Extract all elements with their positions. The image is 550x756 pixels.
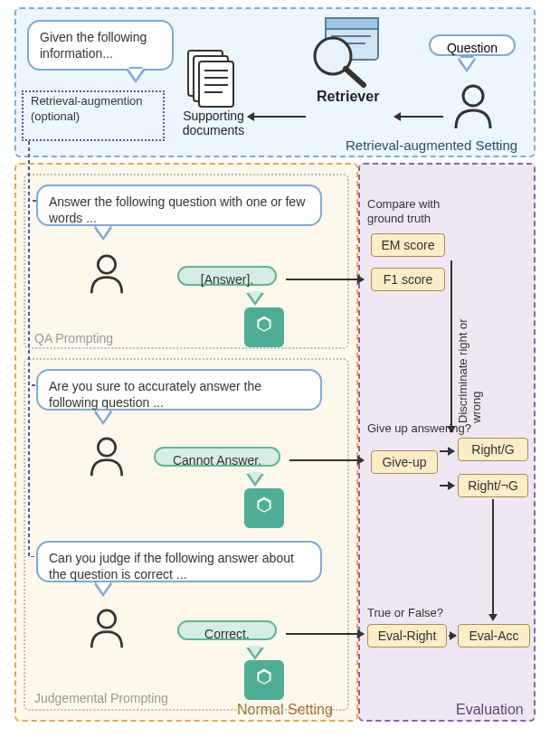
rag-optional-label: Retrieval-augmention (optional) [27,94,159,125]
eval-right-box: Eval-Right [367,624,447,647]
person-icon [450,83,496,132]
eval-acc-box: Eval-Acc [458,624,530,647]
gpt-icon-2 [244,488,284,528]
panel-label-retrieval: Retrieval-augmented Setting [342,137,521,153]
tail-cannot [246,474,264,487]
svg-point-14 [98,256,115,273]
judgemental-prompting-label: Judgemental Prompting [31,691,172,705]
gpt-icon [244,307,284,347]
bubble-correct-text: Correct. [204,627,250,641]
svg-rect-8 [326,18,378,29]
arrow-cannot-to-giveup [289,459,364,461]
right-notg-box: Right/¬G [458,474,528,497]
bubble-tail-question [458,60,476,72]
gpt-icon-3 [244,660,284,700]
truefalse-label: True or False? [367,606,443,619]
em-score-box: EM score [371,233,445,257]
giveup-box: Give-up [371,450,438,474]
arrow-retriever-to-docs [248,116,306,118]
bubble-given-info: Given the following information... [27,20,174,71]
bubble-qa-answer: [Answer]. [177,266,277,286]
svg-point-13 [463,86,483,106]
bubble-cannot-answer: Cannot Answer. [154,447,280,467]
arrow-question-to-retriever [394,116,443,118]
panel-label-eval: Evaluation [452,702,527,718]
openai-logo-icon [251,666,278,694]
tail-qa [94,228,112,241]
bubble-judge-prompt: Can you judge if the following answer ab… [36,541,322,582]
person-icon-qa [87,253,127,297]
bubble-question: Question [429,34,516,56]
bubble-sure-text: Are you sure to accurately answer the fo… [49,379,261,410]
person-icon-judge [87,608,127,651]
svg-point-16 [98,610,115,628]
svg-point-15 [98,439,115,456]
tail-correct [246,647,264,660]
f1-score-box: F1 score [371,268,445,291]
openai-logo-icon [251,314,278,341]
tail-judge [94,584,112,597]
compare-label: Compare with ground truth [367,197,476,225]
retriever-label: Retriever [317,89,379,105]
arrow-scores-down [450,260,452,432]
discriminate-label: Discriminate right or wrong [456,297,483,423]
arrow-giveup-rightg [440,450,454,452]
bubble-question-text: Question [447,41,498,55]
giveup-label: Give up answering? [367,421,476,436]
person-icon-sure [87,436,127,479]
documents-icon [181,47,237,112]
right-g-box: Right/G [458,438,528,461]
arrow-rightng-evalacc [492,499,494,620]
arrow-giveup-rightng [440,485,454,487]
bubble-qa-text: Answer the following question with one o… [49,194,305,225]
retriever-magnifier-icon [306,13,389,90]
arrow-qa-to-eval [286,279,364,280]
diagram-root: Retrieval-augmented Setting Given the fo… [0,0,550,756]
openai-logo-icon [251,495,278,522]
tail-sure [94,412,112,425]
qa-prompting-label: QA Prompting [31,331,117,345]
svg-line-12 [346,69,364,85]
bubble-correct: Correct. [177,620,277,640]
arrow-evalright-evalacc [449,635,456,637]
supporting-docs-label: Supporting documents [168,109,259,137]
bubble-qa-answer-text: [Answer]. [201,272,253,287]
bubble-tail-given [127,71,145,83]
panel-judgemental-prompting [24,358,349,711]
tail-qa-answer [246,293,264,306]
arrow-correct-to-evalright [286,633,364,635]
bubble-sure-prompt: Are you sure to accurately answer the fo… [36,369,322,411]
bubble-given-info-text: Given the following information... [40,30,147,61]
bubble-qa-prompt: Answer the following question with one o… [36,184,322,226]
bubble-judge-text: Can you judge if the following answer ab… [49,551,294,581]
bubble-cannot-answer-text: Cannot Answer. [173,453,261,468]
